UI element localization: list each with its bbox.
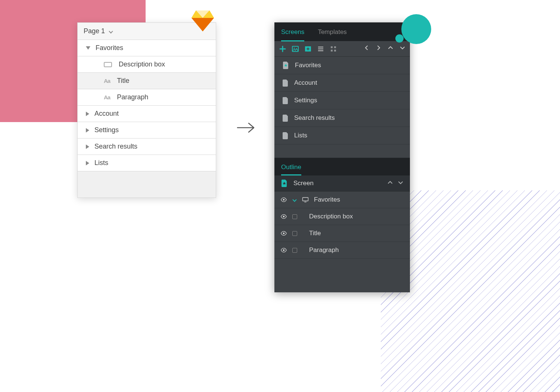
page-label: Page 1 xyxy=(84,27,105,35)
screen-label: Lists xyxy=(294,132,307,139)
nav-forward-icon[interactable] xyxy=(376,45,382,53)
svg-rect-10 xyxy=(331,46,333,48)
square-icon xyxy=(292,214,297,219)
screen-item-settings[interactable]: Settings xyxy=(274,92,410,109)
outline-label: Title xyxy=(309,230,321,237)
svg-point-20 xyxy=(283,249,285,251)
visibility-icon[interactable] xyxy=(280,247,287,253)
visibility-icon[interactable] xyxy=(280,196,287,203)
add-button[interactable] xyxy=(279,45,286,53)
nav-up-icon[interactable] xyxy=(388,45,393,53)
svg-rect-12 xyxy=(331,50,333,52)
svg-marker-5 xyxy=(203,18,214,31)
screen-item-lists[interactable]: Lists xyxy=(274,127,410,144)
layer-row-account[interactable]: Account xyxy=(78,106,216,122)
screen-label: Screen xyxy=(293,180,314,187)
panel-spacer xyxy=(78,171,216,197)
text-aa-icon: Aa xyxy=(104,78,110,84)
arrow-right-icon xyxy=(236,120,256,137)
svg-point-19 xyxy=(283,233,285,234)
triangle-right-icon xyxy=(86,128,89,133)
layer-row-description-box[interactable]: Description box xyxy=(78,56,216,73)
tab-templates[interactable]: Templates xyxy=(318,22,346,41)
triangle-right-icon xyxy=(86,112,89,116)
sketch-diamond-icon xyxy=(192,10,214,33)
nav-down-icon[interactable] xyxy=(399,45,405,53)
outline-item-favorites[interactable]: Favorites xyxy=(274,192,410,208)
layer-label: Favorites xyxy=(96,44,123,52)
toolbar xyxy=(274,41,410,57)
triangle-right-icon xyxy=(86,144,89,149)
screen-item-favorites[interactable]: Favorites xyxy=(274,57,410,74)
tab-bar: Screens Templates xyxy=(274,22,410,41)
move-down-icon[interactable] xyxy=(398,180,403,187)
outline-item-description-box[interactable]: Description box xyxy=(274,208,410,225)
chevron-down-icon[interactable] xyxy=(292,197,297,202)
outline-label: Paragraph xyxy=(309,246,339,254)
outline-tab-bar: Outline xyxy=(274,158,410,175)
layer-label: Account xyxy=(94,110,119,118)
svg-point-18 xyxy=(283,216,285,218)
visibility-icon[interactable] xyxy=(280,230,287,237)
layer-row-title[interactable]: Aa Title xyxy=(78,73,216,89)
svg-rect-13 xyxy=(334,50,336,52)
layer-label: Paragraph xyxy=(117,93,148,101)
layer-row-settings[interactable]: Settings xyxy=(78,122,216,139)
nav-back-icon[interactable] xyxy=(364,45,370,53)
svg-rect-11 xyxy=(334,46,336,48)
layer-label: Settings xyxy=(94,126,119,134)
text-aa-icon: Aa xyxy=(104,94,110,100)
screen-label: Account xyxy=(294,79,317,87)
layer-row-paragraph[interactable]: Aa Paragraph xyxy=(78,89,216,106)
tab-label: Outline xyxy=(281,164,301,171)
monitor-icon xyxy=(302,197,309,202)
rectangle-icon xyxy=(104,62,112,67)
move-up-icon[interactable] xyxy=(388,180,393,187)
chevron-down-icon xyxy=(109,29,113,34)
decorative-circle-large xyxy=(401,14,431,44)
sketch-layers-panel: Page 1 Favorites Description box Aa Titl… xyxy=(77,22,216,198)
decorative-circle-small xyxy=(395,34,404,43)
layer-row-favorites[interactable]: Favorites xyxy=(78,40,216,56)
outline-item-title[interactable]: Title xyxy=(274,225,410,242)
outline-spacer xyxy=(274,259,410,292)
svg-point-16 xyxy=(283,199,285,201)
outline-list: Favorites Description box Title Paragrap… xyxy=(274,192,410,292)
tab-label: Templates xyxy=(318,28,346,35)
triangle-down-icon xyxy=(86,46,90,50)
square-icon xyxy=(292,248,297,253)
screen-label: Settings xyxy=(294,97,317,104)
tab-outline[interactable]: Outline xyxy=(281,158,301,175)
svg-rect-17 xyxy=(303,197,308,201)
layer-label: Description box xyxy=(119,60,165,68)
square-icon xyxy=(292,231,297,236)
screens-list: Favorites Account Settings Search result… xyxy=(274,57,410,158)
image-icon[interactable] xyxy=(292,45,299,53)
prototyping-panel: Screens Templates Favori xyxy=(274,22,410,292)
svg-marker-4 xyxy=(192,18,203,31)
layer-label: Lists xyxy=(94,159,108,167)
screen-label: Search results xyxy=(294,114,335,122)
outline-label: Description box xyxy=(309,213,353,220)
screens-spacer xyxy=(274,144,410,158)
add-page-icon[interactable] xyxy=(304,45,312,53)
outline-label: Favorites xyxy=(314,196,340,203)
list-view-icon[interactable] xyxy=(317,45,324,53)
tab-label: Screens xyxy=(281,28,304,35)
screen-label: Favorites xyxy=(295,62,321,69)
layer-row-search-results[interactable]: Search results xyxy=(78,139,216,155)
screen-item-search-results[interactable]: Search results xyxy=(274,109,410,127)
screen-item-account[interactable]: Account xyxy=(274,74,410,92)
triangle-right-icon xyxy=(86,161,89,165)
layer-label: Search results xyxy=(94,143,137,150)
layer-label: Title xyxy=(117,77,129,85)
outline-item-paragraph[interactable]: Paragraph xyxy=(274,242,410,259)
visibility-icon[interactable] xyxy=(280,213,287,220)
outline-screen-header[interactable]: Screen xyxy=(274,175,410,192)
svg-point-8 xyxy=(294,47,295,49)
layer-row-lists[interactable]: Lists xyxy=(78,155,216,171)
tab-screens[interactable]: Screens xyxy=(281,22,304,41)
grid-view-icon[interactable] xyxy=(330,45,337,53)
